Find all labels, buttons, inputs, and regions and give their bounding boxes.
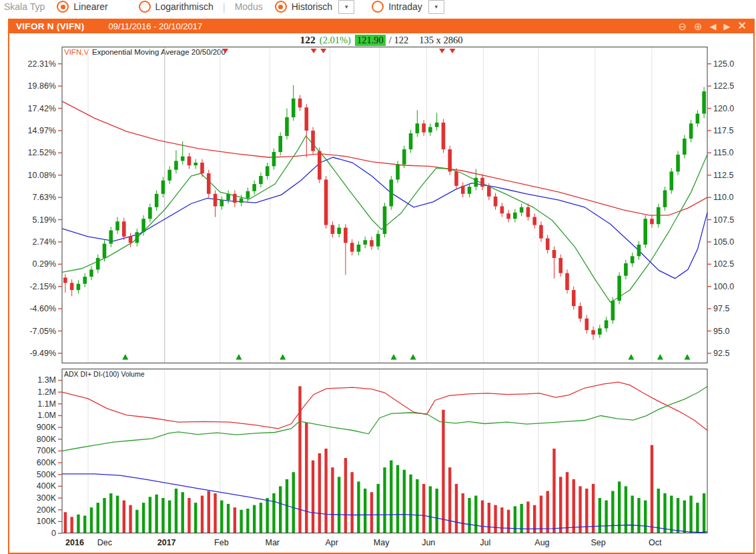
- modus-label: Modus: [235, 1, 263, 12]
- signal-markers: [122, 49, 690, 360]
- price-chart[interactable]: VIFN,V Exponential Moving Average 20/50/…: [9, 47, 753, 553]
- svg-text:300K: 300K: [37, 493, 57, 503]
- candle-body: [240, 198, 244, 203]
- svg-text:0: 0: [51, 529, 56, 538]
- quote-change: (2.01%): [320, 35, 351, 46]
- candle-body: [194, 163, 198, 165]
- svg-text:-7.05%: -7.05%: [29, 327, 56, 336]
- scroll-left-icon[interactable]: ◀: [710, 22, 717, 31]
- candle-body: [363, 240, 367, 245]
- scale-type-label: Skala Typ: [4, 1, 45, 12]
- zoom-in-icon[interactable]: ⊕: [694, 21, 703, 31]
- intraday-radio-label[interactable]: Intraday: [388, 1, 422, 12]
- svg-text:22.31%: 22.31%: [28, 59, 56, 69]
- candle-body: [572, 290, 576, 306]
- candle-body: [611, 301, 615, 320]
- radio-dot: [278, 5, 283, 9]
- zoom-out-icon[interactable]: ⊖: [678, 21, 687, 31]
- scroll-right-icon[interactable]: ▶: [724, 22, 731, 31]
- logarithmic-radio-label[interactable]: Logarithmisch: [155, 1, 214, 12]
- candle-body: [344, 228, 348, 243]
- intraday-radio[interactable]: [372, 1, 384, 13]
- candle-body: [318, 151, 322, 180]
- candle-body: [70, 283, 74, 290]
- candle-body: [422, 123, 426, 132]
- candle-body: [109, 231, 113, 244]
- candle-body: [468, 187, 472, 194]
- svg-text:92.5: 92.5: [713, 349, 729, 358]
- svg-text:700K: 700K: [37, 446, 57, 455]
- panel-borders: [62, 47, 707, 533]
- svg-text:May: May: [374, 538, 390, 547]
- linear-radio-label[interactable]: Linearer: [73, 1, 107, 12]
- candle-body: [337, 228, 341, 234]
- candle-body: [350, 243, 354, 251]
- candle-body: [643, 219, 647, 245]
- svg-text:117.5: 117.5: [713, 126, 733, 135]
- historical-radio-label[interactable]: Historisch: [292, 1, 332, 12]
- svg-text:12.52%: 12.52%: [28, 148, 56, 157]
- svg-text:19.86%: 19.86%: [28, 81, 56, 91]
- candle-body: [129, 237, 133, 243]
- candle-body: [539, 225, 543, 239]
- quote-infobar: 122 (2.01%) 121.90 / 122 135 x 2860: [9, 33, 753, 47]
- svg-text:2017: 2017: [157, 538, 176, 547]
- candle-body: [103, 244, 107, 258]
- svg-text:Oct: Oct: [649, 538, 662, 547]
- chart-widget: VIFOR N (VIFN) 09/11/2016 - 20/10/2017 ⊖…: [8, 19, 755, 554]
- candle-body: [696, 114, 700, 124]
- svg-text:1.3M: 1.3M: [37, 375, 56, 385]
- candle-body: [272, 152, 276, 166]
- candle-body: [474, 178, 478, 187]
- candle-body: [506, 213, 510, 219]
- buy-arrow-icon: [628, 354, 634, 360]
- candle-body: [617, 276, 621, 301]
- candle-body: [259, 176, 263, 184]
- buy-arrow-icon: [122, 354, 128, 360]
- candle-body: [702, 91, 706, 113]
- candle-body: [624, 263, 628, 276]
- logarithmic-radio[interactable]: [139, 1, 151, 13]
- sell-arrow-icon: [450, 49, 456, 53]
- sell-arrow-icon: [439, 49, 445, 53]
- candle-body: [500, 206, 504, 213]
- svg-text:800K: 800K: [37, 435, 57, 444]
- intraday-dropdown-button[interactable]: ▾: [428, 0, 444, 14]
- svg-text:100.0: 100.0: [713, 282, 734, 291]
- svg-text:14.97%: 14.97%: [28, 126, 56, 135]
- close-icon[interactable]: ✕: [738, 21, 747, 31]
- candle-body: [579, 306, 583, 319]
- candle-body: [402, 149, 406, 165]
- candle-body: [494, 197, 498, 207]
- dropdown-caret-icon: ▾: [345, 3, 348, 10]
- volume-bars: [64, 386, 706, 533]
- scale-mode-toolbar: Skala Typ Linearer Logarithmisch | Modus…: [0, 0, 756, 17]
- candle-body: [155, 194, 159, 207]
- candle-body: [637, 245, 641, 256]
- instrument-title: VIFOR N (VIFN): [16, 21, 84, 31]
- candle-body: [565, 273, 569, 290]
- sell-arrow-icon: [320, 49, 326, 53]
- svg-text:2016: 2016: [65, 538, 84, 547]
- svg-text:1.0M: 1.0M: [37, 411, 56, 420]
- candle-body: [657, 207, 661, 224]
- historical-dropdown-button[interactable]: ▾: [338, 0, 354, 14]
- svg-text:5.19%: 5.19%: [33, 215, 56, 225]
- svg-text:Aug: Aug: [534, 538, 549, 547]
- candle-body: [526, 207, 530, 217]
- svg-text:-4.60%: -4.60%: [29, 304, 56, 313]
- svg-text:100K: 100K: [37, 517, 57, 526]
- ema-lines: [62, 101, 707, 303]
- candle-body: [591, 330, 595, 335]
- candle-body: [480, 178, 484, 187]
- candle-body: [669, 171, 673, 190]
- historical-radio[interactable]: [275, 1, 287, 13]
- svg-text:Jun: Jun: [422, 538, 435, 547]
- candle-body: [513, 213, 517, 219]
- svg-text:115.0: 115.0: [713, 148, 733, 157]
- svg-text:17.42%: 17.42%: [28, 104, 56, 113]
- candle-body: [520, 207, 524, 213]
- candle-body: [416, 123, 420, 133]
- linear-radio[interactable]: [57, 1, 69, 13]
- dropdown-caret-icon: ▾: [435, 3, 438, 10]
